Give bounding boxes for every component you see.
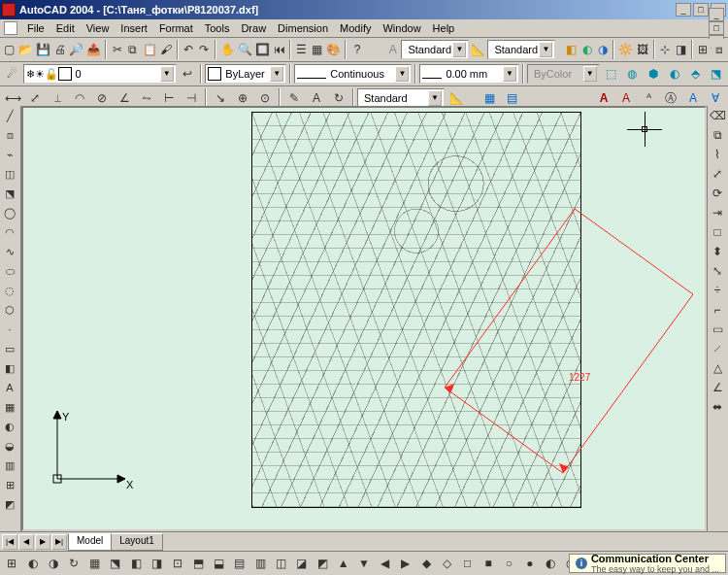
bottom-tool-5[interactable]: ⬔ [106, 553, 125, 574]
modify-tool-3[interactable]: ⤢ [708, 164, 727, 184]
properties-button[interactable]: ☰ [294, 39, 309, 60]
bottom-tool-25[interactable]: ● [520, 553, 540, 574]
modify-tool-13[interactable]: △ [708, 358, 727, 378]
bottom-tool-10[interactable]: ⬓ [209, 553, 228, 574]
communication-center-popup[interactable]: i Communication Center The easy way to k… [569, 554, 726, 573]
render-button[interactable]: 🖼 [635, 39, 649, 60]
layer-manager-button[interactable]: ☄ [2, 63, 22, 85]
draw-tool-4[interactable]: ⬔ [0, 184, 19, 203]
bottom-tool-23[interactable]: ■ [479, 553, 498, 574]
zoom-previous-button[interactable]: ⏮ [272, 39, 286, 60]
new-button[interactable] [2, 39, 17, 60]
3dviews-button[interactable]: ◨ [674, 39, 688, 60]
bottom-tool-20[interactable]: ◆ [416, 553, 436, 574]
menu-edit[interactable]: Edit [50, 21, 81, 35]
dropdown-arrow-icon[interactable]: ▼ [428, 90, 442, 106]
dropdown-arrow-icon[interactable]: ▼ [539, 42, 552, 57]
minimize-button[interactable]: _ [676, 3, 691, 17]
draw-tool-9[interactable]: ◌ [0, 281, 19, 300]
modify-tool-7[interactable]: ⬍ [708, 242, 727, 261]
draw-tool-17[interactable]: ◒ [0, 436, 19, 456]
text-style-combo[interactable]: Standard ▼ [401, 40, 469, 59]
draw-tool-11[interactable]: · [0, 320, 19, 339]
tab-prev-button[interactable]: ◀ [18, 534, 34, 550]
bottom-tool-6[interactable]: ◧ [126, 553, 146, 574]
menu-modify[interactable]: Modify [334, 21, 377, 35]
draw-tool-19[interactable]: ⊞ [0, 475, 19, 494]
layer-previous-button[interactable]: ↩ [178, 63, 198, 85]
bottom-tool-13[interactable]: ◫ [271, 553, 290, 574]
misc1-button[interactable]: ⊞ [696, 39, 711, 60]
solids6-button[interactable]: ⬔ [706, 63, 726, 85]
undo-button[interactable] [182, 39, 196, 60]
doc-restore-button[interactable]: □ [709, 21, 724, 35]
design-center-button[interactable]: ▦ [310, 39, 324, 60]
ucs-button[interactable]: ⊹ [658, 39, 673, 60]
draw-tool-18[interactable]: ▥ [0, 456, 19, 475]
dropdown-arrow-icon[interactable]: ▼ [452, 42, 466, 57]
draw-tool-0[interactable]: ╱ [0, 106, 19, 125]
modify-tool-2[interactable]: ⌇ [708, 145, 727, 164]
layer-combo[interactable]: ❄ ☀ 🔓 0 ▼ [23, 64, 177, 84]
bottom-tool-16[interactable]: ▲ [334, 553, 353, 574]
modify-tool-10[interactable]: ⌐ [708, 300, 727, 320]
bottom-tool-3[interactable]: ↻ [64, 553, 83, 574]
dim-style-combo[interactable]: Standard ▼ [487, 40, 555, 59]
linetype-combo[interactable]: Continuous ▼ [294, 64, 412, 84]
print-preview-button[interactable]: 🔎 [68, 39, 84, 60]
menu-tools[interactable]: Tools [199, 21, 236, 35]
pan-button[interactable] [219, 39, 236, 60]
hide-button[interactable]: ◑ [595, 39, 610, 60]
bottom-tool-0[interactable]: ⊞ [2, 553, 21, 574]
dropdown-arrow-icon[interactable]: ▼ [395, 66, 409, 82]
print-button[interactable] [52, 39, 67, 60]
draw-tool-1[interactable]: ⧈ [0, 125, 19, 145]
bottom-tool-2[interactable]: ◑ [44, 553, 63, 574]
bottom-tool-12[interactable]: ▥ [250, 553, 270, 574]
modify-tool-14[interactable]: ∠ [708, 378, 727, 397]
bottom-tool-7[interactable]: ◨ [147, 553, 166, 574]
modify-tool-8[interactable]: ⤡ [708, 261, 727, 281]
draw-tool-14[interactable]: A [0, 378, 19, 397]
bottom-tool-15[interactable]: ◩ [313, 553, 332, 574]
bottom-tool-8[interactable]: ⊡ [168, 553, 187, 574]
paste-button[interactable] [142, 39, 158, 60]
bottom-tool-1[interactable]: ◐ [22, 553, 42, 574]
tab-model[interactable]: Model [68, 533, 112, 551]
draw-tool-15[interactable]: ▦ [0, 397, 19, 417]
misc2-button[interactable]: ⧈ [711, 39, 726, 60]
dimstyle-combo[interactable]: Standard ▼ [357, 88, 445, 108]
draw-tool-8[interactable]: ⬭ [0, 261, 19, 281]
named-views-button[interactable]: ◧ [564, 39, 579, 60]
modify-tool-15[interactable]: ⬌ [708, 397, 727, 417]
cut-button[interactable] [110, 39, 124, 60]
lineweight-combo[interactable]: 0.00 mm ▼ [419, 64, 519, 84]
draw-tool-6[interactable]: ◠ [0, 222, 19, 242]
modify-tool-12[interactable]: ⟋ [708, 339, 727, 358]
draw-tool-16[interactable]: ◐ [0, 417, 19, 436]
color-combo[interactable]: ByLayer ▼ [205, 64, 286, 84]
menu-draw[interactable]: Draw [235, 21, 272, 35]
solids1-button[interactable]: ⬚ [602, 63, 622, 85]
bottom-tool-11[interactable]: ▤ [230, 553, 249, 574]
bottom-tool-26[interactable]: ◐ [541, 553, 560, 574]
draw-tool-20[interactable]: ◩ [0, 494, 19, 514]
bottom-tool-21[interactable]: ◇ [437, 553, 456, 574]
bottom-tool-22[interactable]: □ [458, 553, 478, 574]
menu-window[interactable]: Window [377, 21, 426, 35]
draw-tool-2[interactable]: ⌁ [0, 145, 19, 164]
solids5-button[interactable]: ⬘ [685, 63, 706, 85]
bottom-tool-18[interactable]: ◀ [375, 553, 394, 574]
zoom-window-button[interactable]: 🔲 [254, 39, 271, 60]
publish-button[interactable]: 📤 [85, 39, 102, 60]
menu-help[interactable]: Help [427, 21, 461, 35]
menu-dimension[interactable]: Dimension [272, 21, 334, 35]
draw-tool-5[interactable]: ◯ [0, 203, 19, 222]
draw-tool-13[interactable]: ◧ [0, 358, 19, 378]
modify-tool-11[interactable]: ▭ [708, 320, 727, 339]
solids2-button[interactable]: ◍ [622, 63, 643, 85]
menu-view[interactable]: View [81, 21, 116, 35]
bottom-tool-9[interactable]: ⬒ [188, 553, 208, 574]
modify-tool-6[interactable]: □ [708, 222, 727, 242]
modify-tool-5[interactable]: ⇥ [708, 203, 727, 222]
